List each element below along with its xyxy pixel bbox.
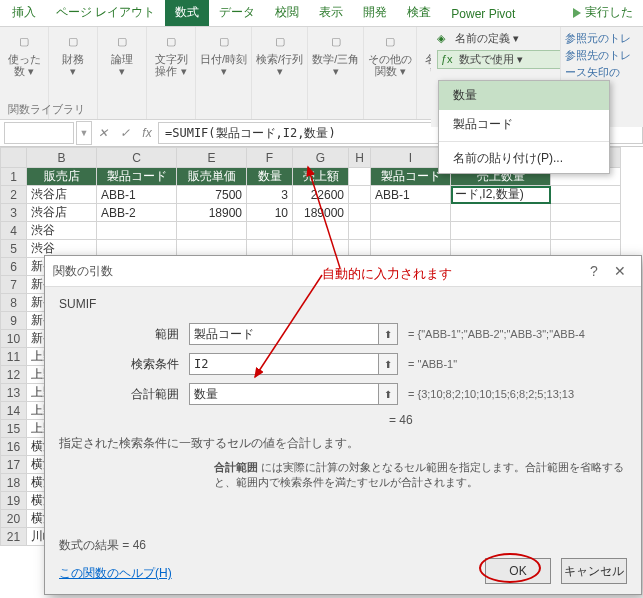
arg-input-1[interactable]: I2 <box>189 353 379 375</box>
dialog-help-icon[interactable]: ? <box>581 263 607 279</box>
cell[interactable]: ABB-1 <box>97 186 177 204</box>
row-header[interactable]: 18 <box>1 474 27 492</box>
row-header[interactable]: 1 <box>1 168 27 186</box>
cell[interactable]: 渋谷 <box>27 222 97 240</box>
tab-insert[interactable]: 挿入 <box>2 0 46 26</box>
row-header[interactable]: 2 <box>1 186 27 204</box>
cell[interactable]: 渋谷店 <box>27 204 97 222</box>
row-header[interactable]: 7 <box>1 276 27 294</box>
cell[interactable]: 販売店 <box>27 168 97 186</box>
column-header[interactable]: B <box>27 148 97 168</box>
function-help-link[interactable]: この関数のヘルプ(H) <box>59 565 172 582</box>
cell[interactable] <box>97 222 177 240</box>
dropdown-item-quantity[interactable]: 数量 <box>439 81 609 110</box>
cell[interactable] <box>177 222 247 240</box>
row-header[interactable]: 3 <box>1 204 27 222</box>
range-picker-icon[interactable]: ⬆ <box>379 323 398 345</box>
row-header[interactable]: 14 <box>1 402 27 420</box>
arg-input-2[interactable]: 数量 <box>189 383 379 405</box>
row-header[interactable]: 11 <box>1 348 27 366</box>
cell[interactable]: 数量 <box>247 168 293 186</box>
cell[interactable]: ード,I2,数量) <box>451 186 551 204</box>
remove-arrows[interactable]: ース矢印の <box>565 65 640 80</box>
name-box-dropdown[interactable]: ▼ <box>76 121 92 145</box>
row-header[interactable]: 19 <box>1 492 27 510</box>
row-header[interactable]: 21 <box>1 528 27 546</box>
cancel-button[interactable]: キャンセル <box>561 558 627 584</box>
row-header[interactable]: 17 <box>1 456 27 474</box>
tab-formulas[interactable]: 数式 <box>165 0 209 26</box>
cell[interactable] <box>349 204 371 222</box>
ribbon-group-6[interactable]: ▢数学/三角▾ <box>308 27 364 119</box>
insert-function-icon[interactable]: fx <box>136 122 158 144</box>
ribbon-group-2[interactable]: ▢論理▾ <box>98 27 147 119</box>
ribbon-group-4[interactable]: ▢日付/時刻▾ <box>196 27 252 119</box>
cell[interactable]: 10 <box>247 204 293 222</box>
cell[interactable]: 製品コード <box>97 168 177 186</box>
tab-page-layout[interactable]: ページ レイアウト <box>46 0 165 26</box>
enter-formula-icon[interactable]: ✓ <box>114 122 136 144</box>
cell[interactable]: 189000 <box>293 204 349 222</box>
column-header[interactable]: E <box>177 148 247 168</box>
row-header[interactable]: 5 <box>1 240 27 258</box>
ribbon-group-5[interactable]: ▢検索/行列▾ <box>252 27 308 119</box>
select-all[interactable] <box>1 148 27 168</box>
trace-dependents[interactable]: 参照先のトレ <box>565 48 640 63</box>
row-header[interactable]: 12 <box>1 366 27 384</box>
dialog-close-icon[interactable]: ✕ <box>607 263 633 279</box>
tab-developer[interactable]: 開発 <box>353 0 397 26</box>
ribbon-group-3[interactable]: ▢文字列操作 ▾ <box>147 27 196 119</box>
tab-view[interactable]: 表示 <box>309 0 353 26</box>
cell[interactable] <box>349 168 371 186</box>
row-header[interactable]: 9 <box>1 312 27 330</box>
cell[interactable]: 販売単価 <box>177 168 247 186</box>
column-header[interactable]: C <box>97 148 177 168</box>
row-header[interactable]: 4 <box>1 222 27 240</box>
cell[interactable] <box>451 222 551 240</box>
arg-input-0[interactable]: 製品コード <box>189 323 379 345</box>
cell[interactable] <box>349 222 371 240</box>
cell[interactable] <box>551 186 621 204</box>
tab-powerpivot[interactable]: Power Pivot <box>441 2 525 26</box>
dropdown-paste-names[interactable]: 名前の貼り付け(P)... <box>439 144 609 173</box>
tab-data[interactable]: データ <box>209 0 265 26</box>
column-header[interactable]: F <box>247 148 293 168</box>
cell[interactable] <box>247 222 293 240</box>
cell[interactable] <box>451 204 551 222</box>
row-header[interactable]: 6 <box>1 258 27 276</box>
column-header[interactable]: H <box>349 148 371 168</box>
row-header[interactable]: 8 <box>1 294 27 312</box>
cell[interactable] <box>551 204 621 222</box>
range-picker-icon[interactable]: ⬆ <box>379 353 398 375</box>
ok-button[interactable]: OK <box>485 558 551 584</box>
row-header[interactable]: 10 <box>1 330 27 348</box>
cell[interactable]: ABB-1 <box>371 186 451 204</box>
column-header[interactable]: G <box>293 148 349 168</box>
row-header[interactable]: 13 <box>1 384 27 402</box>
cell[interactable]: 18900 <box>177 204 247 222</box>
name-box[interactable] <box>4 122 74 144</box>
range-picker-icon[interactable]: ⬆ <box>379 383 398 405</box>
cell[interactable]: 売上額 <box>293 168 349 186</box>
cell[interactable]: 3 <box>247 186 293 204</box>
row-header[interactable]: 15 <box>1 420 27 438</box>
cell[interactable]: 22600 <box>293 186 349 204</box>
tell-me[interactable]: 実行した <box>563 0 643 26</box>
trace-precedents[interactable]: 参照元のトレ <box>565 31 640 46</box>
dialog-title: 関数の引数 <box>53 263 581 280</box>
cell[interactable] <box>349 186 371 204</box>
tab-review[interactable]: 校閲 <box>265 0 309 26</box>
cell[interactable] <box>371 204 451 222</box>
row-header[interactable]: 16 <box>1 438 27 456</box>
cell[interactable]: ABB-2 <box>97 204 177 222</box>
cell[interactable] <box>551 222 621 240</box>
dropdown-item-product-code[interactable]: 製品コード <box>439 110 609 139</box>
cell[interactable] <box>293 222 349 240</box>
cell[interactable]: 7500 <box>177 186 247 204</box>
ribbon-group-7[interactable]: ▢その他の関数 ▾ <box>364 27 417 119</box>
row-header[interactable]: 20 <box>1 510 27 528</box>
cell[interactable] <box>371 222 451 240</box>
cancel-formula-icon[interactable]: ✕ <box>92 122 114 144</box>
cell[interactable]: 渋谷店 <box>27 186 97 204</box>
tab-inspect[interactable]: 検査 <box>397 0 441 26</box>
